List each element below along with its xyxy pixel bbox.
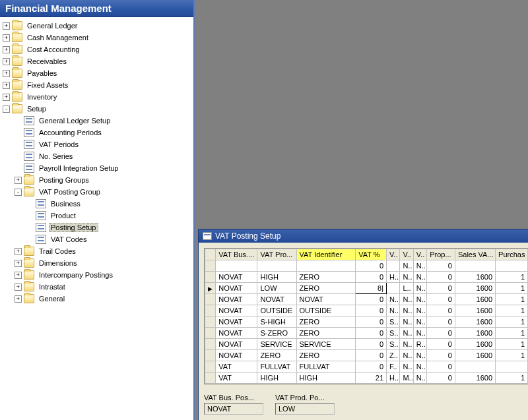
tree-label[interactable]: No. Series: [37, 152, 75, 161]
cell[interactable]: [257, 260, 296, 272]
cell[interactable]: NOVAT: [216, 283, 257, 294]
cell[interactable]: VAT: [216, 373, 257, 384]
tree-node[interactable]: -VAT Posting Group: [3, 186, 193, 198]
cell[interactable]: ZERO: [296, 350, 356, 361]
cell[interactable]: 1: [496, 373, 528, 384]
cell[interactable]: [296, 260, 356, 272]
tree-label[interactable]: Posting Setup: [49, 223, 98, 232]
expand-icon[interactable]: +: [3, 34, 10, 42]
cell[interactable]: [387, 260, 400, 272]
cell[interactable]: 1600: [455, 328, 495, 339]
cell[interactable]: N..: [387, 294, 400, 305]
cell[interactable]: 0: [356, 316, 387, 328]
cell[interactable]: H..: [387, 272, 400, 283]
cell[interactable]: [387, 283, 400, 294]
tree-label[interactable]: Receivables: [25, 57, 69, 66]
cell[interactable]: FULLVAT: [296, 361, 356, 373]
cell[interactable]: ZERO: [257, 350, 296, 361]
tree-node[interactable]: Product: [3, 210, 193, 222]
expand-icon[interactable]: +: [15, 260, 22, 267]
cell[interactable]: 1: [496, 328, 528, 339]
tree-label[interactable]: Product: [49, 211, 78, 220]
cell[interactable]: N..: [413, 328, 426, 339]
cell[interactable]: N..: [413, 294, 426, 305]
tree-label[interactable]: General: [37, 294, 67, 303]
tree-label[interactable]: Payables: [25, 69, 59, 78]
expand-icon[interactable]: +: [15, 272, 22, 279]
cell[interactable]: N..: [400, 294, 413, 305]
cell[interactable]: NOVAT: [216, 328, 257, 339]
data-grid[interactable]: VAT Bus....VAT Pro...VAT IdentifierVAT %…: [205, 249, 528, 384]
cell[interactable]: L..: [400, 283, 413, 294]
cell[interactable]: OUTSIDE: [257, 305, 296, 316]
cell[interactable]: 0: [356, 272, 387, 283]
tree-node[interactable]: -Setup: [3, 103, 193, 115]
cell[interactable]: NOVAT: [216, 350, 257, 361]
column-header[interactable]: V..: [387, 249, 400, 260]
tree-label[interactable]: VAT Periods: [37, 140, 81, 149]
expand-icon[interactable]: +: [15, 284, 22, 291]
tree-node[interactable]: +Payables: [3, 67, 193, 79]
cell[interactable]: 0: [356, 350, 387, 361]
tree-label[interactable]: VAT Codes: [49, 235, 88, 244]
cell[interactable]: S..: [387, 316, 400, 328]
table-row[interactable]: NOVATZEROZERO0Z..N..N..016001: [205, 350, 528, 361]
tree-node[interactable]: +Trail Codes: [3, 245, 193, 257]
cell[interactable]: [496, 361, 528, 373]
cell[interactable]: N..: [400, 316, 413, 328]
cell[interactable]: 0: [427, 316, 455, 328]
cell[interactable]: N..: [413, 305, 426, 316]
cell[interactable]: VAT: [216, 361, 257, 373]
column-header[interactable]: Sales VA...: [455, 249, 495, 260]
cell[interactable]: 0: [427, 272, 455, 283]
cell[interactable]: H..: [387, 373, 400, 384]
cell[interactable]: N..: [413, 283, 426, 294]
cell[interactable]: N..: [400, 272, 413, 283]
tree-label[interactable]: Payroll Integration Setup: [37, 164, 120, 173]
cell[interactable]: N..: [400, 328, 413, 339]
cell[interactable]: HIGH: [257, 373, 296, 384]
expand-icon[interactable]: +: [3, 82, 10, 89]
expand-icon[interactable]: +: [3, 58, 10, 65]
table-row[interactable]: VATHIGHHIGH21H..M..N..016001: [205, 373, 528, 384]
cell[interactable]: 0: [427, 373, 455, 384]
table-row[interactable]: 0N..N..0: [205, 260, 528, 272]
cell[interactable]: 0: [427, 361, 455, 373]
expand-icon[interactable]: +: [15, 248, 22, 255]
table-row[interactable]: NOVATS-ZEROZERO0S..N..N..016001: [205, 328, 528, 339]
row-header[interactable]: ▶: [205, 283, 216, 294]
table-row[interactable]: NOVATSERVICESERVICE0S..N..R..016001: [205, 339, 528, 350]
tree-node[interactable]: Payroll Integration Setup: [3, 162, 193, 174]
column-header[interactable]: Purchas: [496, 249, 528, 260]
cell[interactable]: 0: [356, 294, 387, 305]
tree-node[interactable]: +Fixed Assets: [3, 79, 193, 91]
cell[interactable]: N..: [413, 361, 426, 373]
tree-label[interactable]: Business: [49, 199, 82, 208]
tree-node[interactable]: +Receivables: [3, 55, 193, 67]
cell[interactable]: 0: [427, 283, 455, 294]
cell[interactable]: N..: [400, 339, 413, 350]
cell[interactable]: [496, 260, 528, 272]
tree-node[interactable]: No. Series: [3, 150, 193, 162]
cell[interactable]: Z..: [387, 350, 400, 361]
cell[interactable]: 0: [356, 260, 387, 272]
cell[interactable]: 8|: [356, 283, 387, 294]
cell[interactable]: 1: [496, 316, 528, 328]
cell[interactable]: N..: [413, 350, 426, 361]
cell[interactable]: HIGH: [257, 272, 296, 283]
cell[interactable]: 0: [427, 294, 455, 305]
cell[interactable]: 0: [427, 328, 455, 339]
cell[interactable]: OUTSIDE: [296, 305, 356, 316]
row-header[interactable]: [205, 305, 216, 316]
tree-node[interactable]: +Inventory: [3, 91, 193, 103]
tree-node[interactable]: +Cash Management: [3, 32, 193, 44]
table-row[interactable]: NOVATHIGHZERO0H..N..N..016001: [205, 272, 528, 283]
cell[interactable]: M..: [400, 373, 413, 384]
cell[interactable]: 1600: [455, 283, 495, 294]
expand-icon[interactable]: +: [15, 295, 22, 303]
column-header[interactable]: Prop...: [427, 249, 455, 260]
column-header[interactable]: VAT Identifier: [296, 249, 356, 260]
cell[interactable]: 0: [427, 339, 455, 350]
cell[interactable]: ZERO: [296, 272, 356, 283]
cell[interactable]: N..: [400, 361, 413, 373]
